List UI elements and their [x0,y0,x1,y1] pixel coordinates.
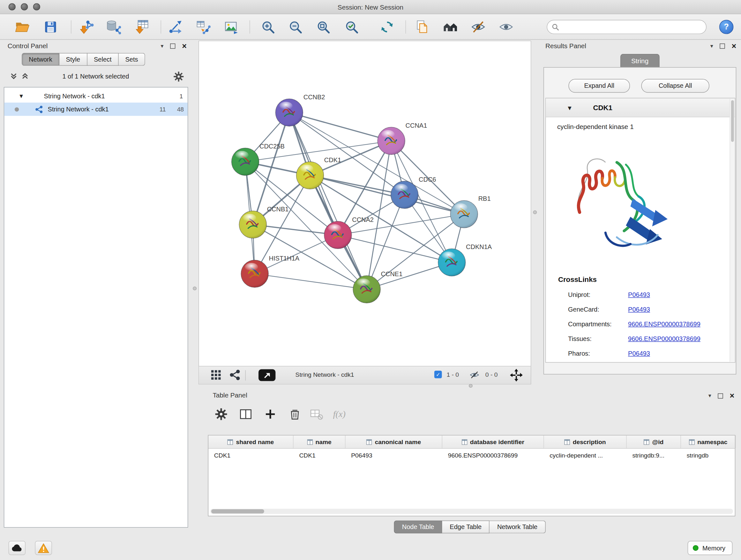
disclosure-triangle-icon[interactable]: ▼ [18,92,24,99]
column-header-canonical-name[interactable]: canonical name [346,435,443,448]
crosslink-link[interactable]: 9606.ENSP00000378699 [628,320,700,327]
collapse-all-button[interactable]: Collapse All [642,79,710,92]
panel-menu-icon[interactable]: ▾ [161,43,164,49]
tab-node-table[interactable]: Node Table [394,520,442,533]
panel-menu-icon[interactable]: ▾ [711,43,713,49]
panel-float-icon[interactable] [720,43,725,48]
cloud-button[interactable] [9,541,25,555]
crosslink-link[interactable]: P06493 [628,291,650,298]
search-input[interactable] [562,21,706,33]
table-options-button[interactable] [212,406,229,423]
tab-select[interactable]: Select [87,53,119,66]
tab-network-table[interactable]: Network Table [489,520,545,533]
table-cell[interactable]: 9606.ENSP00000378699 [442,449,544,462]
tab-network[interactable]: Network [22,53,59,66]
zoom-in-button[interactable] [259,18,277,36]
scrollbar-thumb[interactable] [211,509,264,513]
network-node-RB1[interactable] [450,200,478,228]
table-cell[interactable]: CDK1 [208,449,293,462]
apply-layout-button[interactable] [378,18,396,36]
tab-string[interactable]: String [620,54,659,67]
memory-button[interactable]: Memory [688,541,732,555]
right-splitter-handle[interactable] [533,210,537,214]
network-node-CCNE1[interactable] [353,275,381,303]
show-columns-button[interactable] [237,406,254,423]
window-close-button[interactable] [9,3,16,10]
panel-close-icon[interactable]: × [730,392,735,400]
network-options-button[interactable] [173,71,184,82]
column-header-description[interactable]: description [544,435,626,448]
disclosure-triangle-icon[interactable]: ▼ [567,105,573,111]
table-row[interactable]: CDK1CDK1P064939606.ENSP00000378699cyclin… [208,449,735,462]
network-edge-HIST1H1A-CCNE1[interactable] [255,273,367,289]
zoom-fit-button[interactable] [314,18,332,36]
tab-style[interactable]: Style [59,53,87,66]
zoom-selected-button[interactable] [343,18,360,36]
table-cell[interactable]: stringdb [681,449,736,462]
crosslink-link[interactable]: P06493 [628,350,650,357]
table-cell[interactable]: CDK1 [293,449,346,462]
save-session-button[interactable] [42,18,59,36]
help-button[interactable]: ? [719,20,733,34]
tab-edge-table[interactable]: Edge Table [442,520,490,533]
panel-float-icon[interactable] [718,393,723,398]
delete-column-button[interactable] [286,406,303,423]
network-view-share-button[interactable] [229,369,241,381]
network-edge-CCNB2-CCNE1[interactable] [289,112,367,289]
left-splitter-handle[interactable] [193,287,197,290]
network-node-CCNB2[interactable] [275,99,303,126]
network-node-CDKN1A[interactable] [438,249,466,276]
warnings-button[interactable] [35,541,52,555]
network-collection-row[interactable]: ▼ String Network - cdk1 1 [4,89,188,103]
expand-all-button[interactable]: Expand All [568,79,630,92]
network-canvas[interactable]: CCNB2CCNA1CDC25BCDK1CDC6RB1CCNB1CCNA2CDK… [199,41,531,384]
table-cell[interactable]: stringdb:9... [627,449,681,462]
grid-view-button[interactable] [210,369,222,381]
network-node-CCNA1[interactable] [378,127,405,154]
create-column-button[interactable] [262,406,279,423]
table-horizontal-scrollbar[interactable] [210,509,733,514]
network-node-CDC6[interactable] [391,181,418,208]
copy-button[interactable] [413,18,431,36]
network-node-CDK1[interactable] [296,162,324,189]
network-edge-CDK1-RB1[interactable] [310,175,464,214]
table-cell[interactable]: cyclin-dependent ... [544,449,626,462]
network-node-CDC25B[interactable] [232,148,259,176]
column-header-shared-name[interactable]: shared name [208,435,293,448]
column-header-database-identifier[interactable]: database identifier [442,435,544,448]
import-network-from-database-button[interactable] [105,18,122,36]
pan-button[interactable] [510,369,523,381]
network-node-CCNB1[interactable] [239,211,266,238]
column-header--id[interactable]: @id [627,435,681,448]
hide-graphics-details-button[interactable] [469,18,487,36]
open-session-button[interactable] [13,18,31,36]
column-header-namespac[interactable]: namespac [681,435,736,448]
horizontal-splitter-handle[interactable] [469,384,473,388]
birdseye-button[interactable] [441,18,459,36]
window-minimize-button[interactable] [21,3,28,10]
new-network-from-selection-button[interactable] [166,18,184,36]
gene-entry-header[interactable]: ▼ CDK1 [546,98,735,117]
panel-close-icon[interactable]: × [182,42,187,50]
network-edge-CCNB2-CCNA1[interactable] [289,112,391,141]
panel-menu-icon[interactable]: ▾ [709,393,711,399]
network-node-CCNA2[interactable] [324,221,352,249]
network-edge-CCNA2-CDKN1A[interactable] [338,235,452,262]
table-cell[interactable]: P06493 [346,449,443,462]
network-row-selected[interactable]: String Network - cdk1 11 48 [4,103,188,116]
import-table-button[interactable] [133,18,151,36]
crosslink-link[interactable]: P06493 [628,306,650,313]
results-scrollbar[interactable] [730,99,734,361]
import-network-from-file-button[interactable] [77,18,95,36]
show-graphics-details-button[interactable] [497,18,515,36]
column-header-name[interactable]: name [293,435,346,448]
network-node-HIST1H1A[interactable] [241,260,268,287]
results-scrollbar-thumb[interactable] [731,100,734,142]
panel-close-icon[interactable]: × [731,42,736,50]
panel-float-icon[interactable] [170,43,175,48]
new-network-from-table-button[interactable] [194,18,212,36]
tab-sets[interactable]: Sets [119,53,145,66]
export-image-button[interactable] [222,18,240,36]
crosslink-link[interactable]: 9606.ENSP00000378699 [628,335,700,342]
zoom-out-button[interactable] [286,18,304,36]
